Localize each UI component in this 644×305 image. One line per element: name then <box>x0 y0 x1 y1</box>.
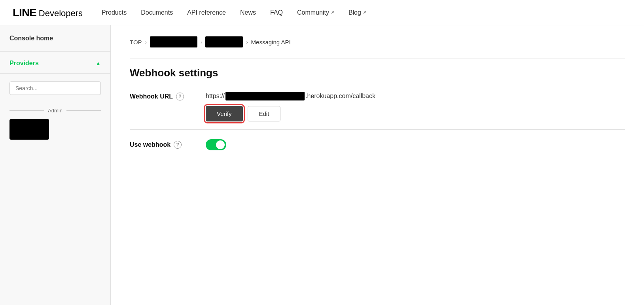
verify-button[interactable]: Verify <box>206 106 243 121</box>
webhook-url-row: Webhook URL ? https:// .herokuapp.com/ca… <box>130 92 625 121</box>
layout: Console home Providers ▲ Admin TOP › <box>0 25 644 305</box>
nav-documents[interactable]: Documents <box>141 9 173 16</box>
webhook-url-label: Webhook URL ? <box>130 92 193 100</box>
webhook-url-help-icon[interactable]: ? <box>176 93 184 100</box>
nav-community[interactable]: Community ↗ <box>297 9 334 16</box>
divider-line-left <box>9 110 44 111</box>
breadcrumb: TOP › › › Messaging API <box>130 36 625 47</box>
admin-area: Admin <box>0 101 110 146</box>
console-home-link[interactable]: Console home <box>0 25 110 52</box>
admin-label: Admin <box>48 108 63 114</box>
sidebar: Console home Providers ▲ Admin <box>0 25 111 305</box>
toggle-slider <box>206 139 226 150</box>
admin-divider-row: Admin <box>9 108 101 114</box>
webhook-buttons: Verify Edit <box>206 106 625 121</box>
breadcrumb-chevron-3: › <box>246 39 248 45</box>
top-nav: LINE Developers Products Documents API r… <box>0 0 644 25</box>
logo-developers: Developers <box>39 8 83 19</box>
logo-line: LINE <box>13 6 36 19</box>
breadcrumb-redacted-1 <box>150 36 197 47</box>
use-webhook-toggle[interactable] <box>206 139 226 150</box>
main-content: TOP › › › Messaging API Webhook settings… <box>111 25 644 305</box>
nav-faq[interactable]: FAQ <box>270 9 283 16</box>
breadcrumb-divider <box>130 59 625 59</box>
nav-news[interactable]: News <box>240 9 256 16</box>
nav-products[interactable]: Products <box>102 9 127 16</box>
breadcrumb-redacted-2 <box>205 36 243 47</box>
logo-link[interactable]: LINE Developers <box>13 6 83 19</box>
nav-api-reference[interactable]: API reference <box>187 9 226 16</box>
nav-blog[interactable]: Blog ↗ <box>349 9 366 16</box>
external-link-icon: ↗ <box>331 10 334 15</box>
page-title: Webhook settings <box>130 67 625 79</box>
providers-label[interactable]: Providers <box>9 60 39 67</box>
edit-button[interactable]: Edit <box>248 106 281 121</box>
divider-line-right <box>66 110 101 111</box>
breadcrumb-top: TOP <box>130 39 142 45</box>
webhook-url-redacted <box>225 92 305 100</box>
search-input[interactable] <box>9 81 101 95</box>
admin-provider-redacted[interactable] <box>9 119 49 140</box>
providers-chevron-icon: ▲ <box>95 60 101 66</box>
breadcrumb-chevron-2: › <box>201 39 202 45</box>
providers-section: Providers ▲ <box>0 52 110 74</box>
webhook-divider <box>130 129 625 130</box>
nav-links: Products Documents API reference News FA… <box>102 9 366 16</box>
webhook-url-text: https:// .herokuapp.com/callback <box>206 92 625 100</box>
breadcrumb-current: Messaging API <box>251 39 291 45</box>
use-webhook-label: Use webhook ? <box>130 141 193 149</box>
use-webhook-row: Use webhook ? <box>130 139 625 150</box>
external-link-icon: ↗ <box>363 10 366 15</box>
sidebar-search-area <box>0 74 110 101</box>
use-webhook-help-icon[interactable]: ? <box>174 141 182 149</box>
breadcrumb-chevron-1: › <box>145 39 147 45</box>
webhook-url-value: https:// .herokuapp.com/callback Verify … <box>206 92 625 121</box>
